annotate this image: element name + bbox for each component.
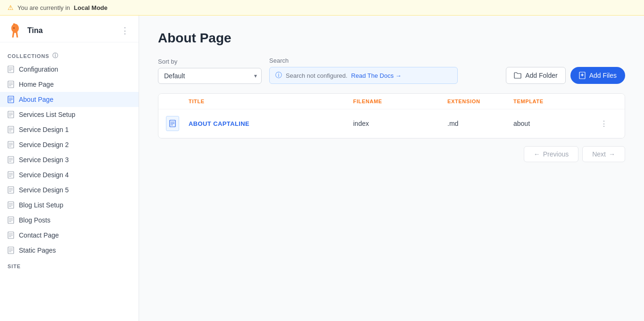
- sidebar-item-services-list-setup[interactable]: Services List Setup: [0, 107, 139, 122]
- sidebar-item-label: Blog List Setup: [19, 201, 131, 209]
- sort-group: Sort by Default A-Z Z-A Date Modified ▾: [158, 58, 262, 84]
- folder-icon: [514, 72, 521, 79]
- local-mode-banner: ⚠ You are currently in Local Mode: [0, 0, 644, 16]
- sidebar-item-label: Static Pages: [19, 247, 131, 254]
- search-group: Search ⓘ Search not configured. Read The…: [269, 57, 458, 84]
- sidebar-item-label: Service Design 1: [19, 126, 131, 133]
- col-filename: FILENAME: [353, 99, 447, 104]
- page-title: About Page: [158, 31, 625, 46]
- table-row[interactable]: ABOUT CAPTALINE index .md about ⋮: [158, 109, 625, 138]
- sidebar-item-label: Contact Page: [19, 231, 131, 239]
- read-docs-link[interactable]: Read The Docs →: [351, 72, 402, 79]
- sidebar-item-label: Service Design 5: [19, 186, 131, 194]
- col-icon: [166, 99, 189, 104]
- files-table: TITLE FILENAME EXTENSION TEMPLATE ABOUT …: [158, 93, 625, 139]
- document-icon: [8, 201, 14, 209]
- main-content: About Page Sort by Default A-Z Z-A Date …: [139, 16, 644, 321]
- arrow-left-icon: ←: [534, 150, 540, 158]
- sidebar-item-service-design-2[interactable]: Service Design 2: [0, 137, 139, 152]
- sort-label: Sort by: [158, 58, 262, 65]
- table-header: TITLE FILENAME EXTENSION TEMPLATE: [158, 94, 625, 109]
- file-title: ABOUT CAPTALINE: [189, 120, 353, 127]
- document-icon: [8, 247, 14, 254]
- file-filename: index: [353, 120, 447, 127]
- document-icon: [8, 171, 14, 179]
- sidebar-item-label: Service Design 3: [19, 156, 131, 164]
- sidebar-item-blog-list-setup[interactable]: Blog List Setup: [0, 198, 139, 213]
- document-icon: [8, 186, 14, 194]
- sidebar-item-home-page[interactable]: Home Page: [0, 77, 139, 92]
- col-actions: [598, 99, 617, 104]
- document-icon: [8, 156, 14, 164]
- site-section-label: SITE: [0, 258, 139, 271]
- main-layout: Tina ⋮ COLLECTIONS ⓘ Configuration Home …: [0, 16, 644, 321]
- toolbar-actions: Add Folder Add Files: [506, 67, 625, 84]
- file-title-cell: ABOUT CAPTALINE: [189, 120, 353, 127]
- info-circle-icon: ⓘ: [275, 71, 282, 80]
- add-files-button[interactable]: Add Files: [570, 67, 625, 84]
- sidebar-item-label: Service Design 2: [19, 141, 131, 148]
- col-title: TITLE: [189, 99, 353, 104]
- sort-select-wrapper: Default A-Z Z-A Date Modified ▾: [158, 68, 262, 84]
- sidebar-item-service-design-4[interactable]: Service Design 4: [0, 167, 139, 182]
- document-icon: [8, 111, 14, 118]
- sidebar-scroll: COLLECTIONS ⓘ Configuration Home Page Ab…: [0, 42, 139, 321]
- file-doc-icon: [166, 116, 179, 131]
- next-button[interactable]: Next →: [582, 146, 625, 162]
- document-icon: [8, 66, 14, 73]
- document-icon: [8, 141, 14, 148]
- search-label: Search: [269, 57, 458, 64]
- banner-text: You are currently in: [17, 4, 70, 11]
- document-icon: [8, 126, 14, 133]
- sidebar-item-label: Configuration: [19, 66, 131, 73]
- sidebar-item-configuration[interactable]: Configuration: [0, 62, 139, 77]
- pagination: ← Previous Next →: [158, 146, 625, 162]
- sidebar-item-static-pages[interactable]: Static Pages: [0, 243, 139, 258]
- col-extension: EXTENSION: [447, 99, 513, 104]
- collections-info-icon[interactable]: ⓘ: [52, 52, 58, 60]
- sidebar-item-service-design-1[interactable]: Service Design 1: [0, 122, 139, 137]
- sidebar-item-service-design-5[interactable]: Service Design 5: [0, 182, 139, 198]
- file-template: about: [513, 120, 598, 127]
- document-add-icon: [579, 72, 586, 79]
- toolbar: Sort by Default A-Z Z-A Date Modified ▾ …: [158, 57, 625, 84]
- sidebar-header: Tina ⋮: [0, 16, 139, 42]
- document-icon: [8, 96, 14, 103]
- file-extension: .md: [447, 120, 513, 127]
- sidebar-item-label: Services List Setup: [19, 111, 131, 118]
- col-template: TEMPLATE: [513, 99, 598, 104]
- tina-logo: [8, 23, 23, 38]
- doc-icon: [169, 120, 176, 127]
- sidebar-item-label: About Page: [19, 96, 131, 103]
- banner-mode: Local Mode: [74, 4, 108, 11]
- sidebar-item-contact-page[interactable]: Contact Page: [0, 228, 139, 243]
- sidebar-item-label: Service Design 4: [19, 171, 131, 179]
- sidebar-item-label: Blog Posts: [19, 216, 131, 224]
- document-icon: [8, 216, 14, 224]
- collections-section-label: COLLECTIONS ⓘ: [0, 48, 139, 62]
- arrow-right-icon: →: [609, 150, 615, 158]
- search-box: ⓘ Search not configured. Read The Docs →: [269, 67, 458, 84]
- row-menu-button[interactable]: ⋮: [598, 117, 610, 130]
- sidebar-item-label: Home Page: [19, 81, 131, 88]
- warning-icon: ⚠: [8, 4, 14, 11]
- svg-point-0: [13, 27, 14, 28]
- row-menu-cell: ⋮: [598, 117, 617, 130]
- previous-button[interactable]: ← Previous: [524, 146, 578, 162]
- document-icon: [8, 231, 14, 239]
- sidebar-menu-button[interactable]: ⋮: [119, 24, 131, 38]
- sidebar-item-service-design-3[interactable]: Service Design 3: [0, 152, 139, 167]
- app-name: Tina: [27, 26, 43, 35]
- sidebar-item-about-page[interactable]: About Page: [0, 92, 139, 107]
- document-icon: [8, 81, 14, 88]
- file-icon-cell: [166, 116, 189, 131]
- sidebar-item-blog-posts[interactable]: Blog Posts: [0, 213, 139, 228]
- add-folder-button[interactable]: Add Folder: [506, 67, 565, 84]
- sort-select[interactable]: Default A-Z Z-A Date Modified: [158, 68, 262, 84]
- search-not-configured-text: Search not configured.: [286, 72, 347, 79]
- sidebar: Tina ⋮ COLLECTIONS ⓘ Configuration Home …: [0, 16, 139, 321]
